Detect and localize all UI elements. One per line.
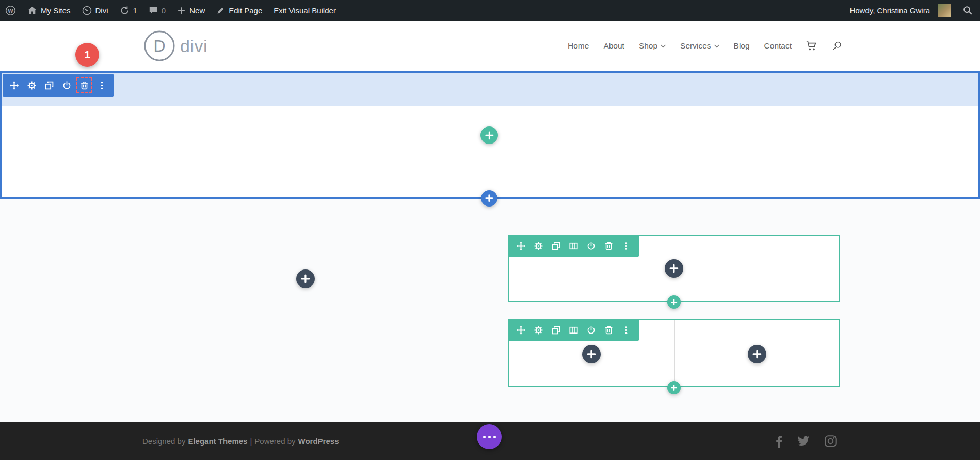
- options-icon[interactable]: [622, 242, 631, 250]
- exit-visual-builder-label: Exit Visual Builder: [274, 6, 336, 15]
- avatar: [938, 4, 951, 17]
- page-background: [0, 199, 980, 422]
- columns-icon[interactable]: [569, 326, 578, 335]
- plus-icon: [177, 6, 186, 15]
- pencil-icon: [216, 6, 225, 15]
- new-content-menu[interactable]: New: [177, 6, 205, 15]
- move-icon[interactable]: [517, 326, 525, 335]
- add-module-button[interactable]: [748, 345, 766, 363]
- plus-icon: [485, 194, 494, 203]
- update-refresh-icon: [120, 6, 130, 15]
- save-icon[interactable]: [587, 326, 596, 335]
- home-icon: [27, 6, 37, 15]
- add-section-button[interactable]: [481, 190, 497, 207]
- add-module-button[interactable]: [296, 269, 315, 288]
- footer-credits: Designed by Elegant Themes | Powered by …: [142, 422, 341, 460]
- edit-page-label: Edit Page: [229, 6, 262, 15]
- site-logo[interactable]: D divi: [143, 30, 207, 62]
- settings-icon[interactable]: [27, 81, 36, 90]
- plus-icon: [670, 384, 678, 391]
- nav-item-home[interactable]: Home: [568, 41, 589, 51]
- divi-site-menu[interactable]: Divi: [82, 6, 108, 15]
- my-sites-menu[interactable]: My Sites: [27, 6, 71, 15]
- chevron-down-icon: [714, 44, 719, 48]
- options-icon[interactable]: [622, 326, 631, 335]
- main-nav: Home About Shop Services Blog Contact: [568, 21, 842, 71]
- divi-gauge-icon: [82, 6, 92, 15]
- svg-text:D: D: [153, 37, 165, 55]
- add-row-button[interactable]: [480, 126, 498, 144]
- updates-count: 1: [133, 6, 137, 15]
- facebook-icon[interactable]: [776, 435, 782, 448]
- step-annotation-badge: 1: [75, 43, 99, 67]
- twitter-icon[interactable]: [797, 436, 810, 447]
- divi-label: Divi: [95, 6, 108, 15]
- howdy-label: Howdy, Christina Gwira: [849, 6, 930, 15]
- divi-visual-builder-screen: W My Sites Divi 1 0 New: [0, 0, 980, 460]
- plus-icon: [752, 349, 762, 359]
- comments-count: 0: [162, 6, 166, 15]
- row-2-toolbar: [508, 319, 639, 341]
- trash-icon[interactable]: [604, 242, 613, 250]
- row-1-toolbar: [508, 235, 639, 257]
- instagram-icon[interactable]: [824, 435, 837, 448]
- add-module-button[interactable]: [582, 345, 601, 363]
- exit-visual-builder-button[interactable]: Exit Visual Builder: [274, 6, 336, 15]
- add-row-button[interactable]: [667, 295, 681, 309]
- save-icon[interactable]: [62, 81, 71, 90]
- svg-text:W: W: [8, 7, 13, 13]
- nav-item-about[interactable]: About: [603, 41, 624, 51]
- search-icon[interactable]: [832, 41, 842, 51]
- columns-icon[interactable]: [569, 242, 578, 250]
- page-settings-button[interactable]: [477, 424, 502, 449]
- nav-item-shop[interactable]: Shop: [639, 41, 666, 51]
- admin-search-icon[interactable]: [962, 5, 973, 15]
- move-icon[interactable]: [10, 81, 19, 90]
- save-icon[interactable]: [587, 242, 596, 250]
- plus-icon: [300, 274, 311, 284]
- my-sites-label: My Sites: [41, 6, 71, 15]
- settings-icon[interactable]: [534, 326, 543, 335]
- duplicate-icon[interactable]: [552, 242, 560, 250]
- edit-page-menu[interactable]: Edit Page: [216, 6, 262, 15]
- site-footer: Designed by Elegant Themes | Powered by …: [0, 422, 980, 460]
- move-icon[interactable]: [517, 242, 525, 250]
- updates-menu[interactable]: 1: [120, 6, 137, 15]
- new-label: New: [189, 6, 205, 15]
- settings-icon[interactable]: [534, 242, 543, 250]
- options-icon[interactable]: [98, 81, 106, 90]
- divi-logo-icon: D: [143, 30, 175, 62]
- column-divider: [674, 320, 675, 386]
- howdy-account-menu[interactable]: Howdy, Christina Gwira: [849, 4, 951, 17]
- section-hover-band: [2, 73, 978, 106]
- site-header: D divi Home About Shop Services Blog Con…: [0, 21, 980, 71]
- chevron-down-icon: [661, 44, 666, 48]
- plus-icon: [669, 263, 679, 274]
- wordpress-logo-icon[interactable]: W: [5, 5, 16, 16]
- duplicate-icon[interactable]: [552, 326, 560, 335]
- ellipsis-icon: [483, 436, 486, 438]
- nav-item-blog[interactable]: Blog: [734, 41, 750, 51]
- trash-icon[interactable]: [604, 326, 613, 335]
- logo-text: divi: [180, 36, 207, 56]
- plus-icon: [670, 298, 678, 306]
- duplicate-icon[interactable]: [45, 81, 54, 90]
- section-toolbar: [3, 74, 114, 97]
- trash-icon[interactable]: [80, 81, 89, 90]
- add-module-button[interactable]: [665, 259, 683, 278]
- wordpress-link[interactable]: WordPress: [298, 437, 339, 446]
- cart-icon[interactable]: [806, 41, 817, 51]
- separator: |: [250, 437, 252, 446]
- plus-icon: [485, 131, 494, 140]
- powered-by-label: Powered by: [254, 437, 295, 446]
- comment-bubble-icon: [149, 6, 158, 15]
- add-row-button[interactable]: [667, 381, 681, 394]
- nav-item-services[interactable]: Services: [680, 41, 719, 51]
- comments-menu[interactable]: 0: [149, 6, 166, 15]
- designed-by-label: Designed by: [142, 437, 185, 446]
- plus-icon: [586, 349, 597, 359]
- wp-admin-bar: W My Sites Divi 1 0 New: [0, 0, 980, 21]
- elegant-themes-link[interactable]: Elegant Themes: [188, 437, 247, 446]
- nav-item-contact[interactable]: Contact: [764, 41, 792, 51]
- footer-social: [776, 422, 837, 460]
